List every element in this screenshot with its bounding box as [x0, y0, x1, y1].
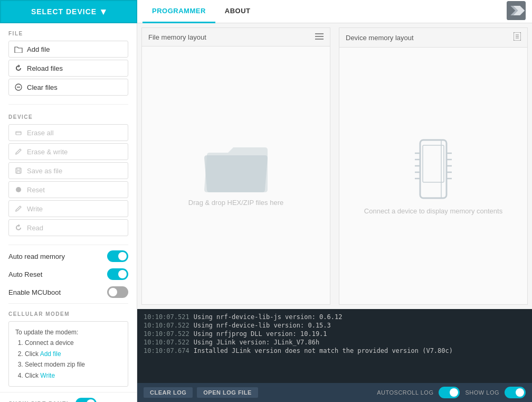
write-icon [14, 204, 23, 213]
clear-files-button[interactable]: Clear files [8, 79, 128, 96]
svg-rect-13 [315, 39, 324, 40]
enable-mcuboot-row: Enable MCUboot [0, 283, 137, 301]
auto-read-memory-toggle[interactable] [107, 250, 128, 262]
log-line: 10:10:07.522Using JLink version: JLink_V… [144, 339, 526, 346]
show-log-label: SHOW LOG [465, 389, 499, 396]
add-file-button[interactable]: Add file [8, 41, 128, 58]
erase-write-label: Erase & write [27, 148, 68, 156]
file-section-label: FILE [8, 31, 128, 36]
cellular-step-3: Select modem zip file [25, 359, 121, 370]
device-memory-panel: Device memory layout [339, 27, 528, 305]
log-footer: CLEAR LOG OPEN LOG FILE AUTOSCROLL LOG S… [137, 383, 532, 402]
log-time: 10:10:07.521 [144, 313, 189, 321]
folder-placeholder-icon [204, 145, 268, 192]
read-label: Read [27, 224, 43, 232]
content-area: File memory layout Drag & drop HEX/ZIP f… [137, 23, 532, 402]
log-line: 10:10:07.674Installed JLink version does… [144, 347, 526, 354]
log-line: 10:10:07.521Using nrf-device-lib-js vers… [144, 313, 526, 321]
write-button[interactable]: Write [8, 200, 128, 217]
write-label: Write [27, 205, 43, 213]
log-message: Using nrfjprog DLL version: 10.19.1 [194, 330, 327, 338]
show-side-panel-toggle[interactable] [75, 398, 97, 402]
read-icon [14, 223, 23, 232]
svg-rect-9 [17, 171, 20, 173]
log-line: 10:10:07.522Using nrfjprog DLL version: … [144, 330, 526, 338]
select-device-label: SELECT DEVICE [31, 7, 97, 16]
device-memory-header: Device memory layout [339, 28, 527, 48]
sidebar: FILE Add file Reload files Clear files [0, 23, 137, 402]
cellular-info-box: To update the modem: Connect a device Cl… [8, 321, 128, 387]
log-time: 10:10:07.522 [144, 330, 189, 338]
divider-2 [8, 245, 128, 245]
divider-1 [8, 104, 128, 105]
auto-reset-toggle[interactable] [107, 268, 128, 280]
file-memory-options-button[interactable] [315, 32, 324, 42]
auto-read-memory-label: Auto read memory [8, 253, 65, 260]
autoscroll-log-label: AUTOSCROLL LOG [377, 389, 433, 396]
cellular-modem-section: CELLULAR MODEM To update the modem: Conn… [0, 306, 137, 392]
device-memory-title: Device memory layout [346, 34, 414, 42]
reload-files-button[interactable]: Reload files [8, 60, 128, 77]
show-log-toggle[interactable] [505, 387, 526, 398]
svg-rect-5 [16, 132, 21, 135]
reload-files-label: Reload files [27, 64, 63, 72]
device-memory-options-button[interactable] [514, 32, 521, 43]
open-log-file-button[interactable]: OPEN LOG FILE [197, 387, 258, 398]
read-button[interactable]: Read [8, 219, 128, 236]
autoscroll-log-toggle[interactable] [439, 387, 460, 398]
auto-read-memory-row: Auto read memory [0, 247, 137, 265]
file-memory-placeholder: Drag & drop HEX/ZIP files here [188, 199, 283, 207]
add-file-label: Add file [27, 45, 50, 53]
erase-all-button[interactable]: Erase all [8, 124, 128, 141]
svg-rect-12 [315, 36, 324, 37]
cellular-step-2: Click Add file [25, 349, 121, 359]
svg-rect-18 [420, 140, 446, 198]
cellular-steps-list: Connect a device Click Add file Select m… [15, 338, 121, 381]
sidebar-footer: SHOW SIDE PANEL [0, 392, 137, 402]
log-message: Using nrf-device-lib version: 0.15.3 [194, 322, 331, 329]
file-memory-title: File memory layout [148, 33, 206, 41]
clear-log-button[interactable]: CLEAR LOG [144, 387, 193, 398]
save-as-file-button[interactable]: Save as file [8, 162, 128, 179]
auto-reset-label: Auto Reset [8, 270, 42, 278]
save-as-file-label: Save as file [27, 167, 62, 175]
reset-button[interactable]: Reset [8, 181, 128, 198]
reset-label: Reset [27, 186, 45, 194]
log-time: 10:10:07.522 [144, 322, 189, 329]
write-link[interactable]: Write [40, 372, 55, 379]
clear-files-label: Clear files [27, 83, 58, 91]
erase-write-button[interactable]: Erase & write [8, 143, 128, 160]
device-memory-placeholder: Connect a device to display memory conte… [364, 207, 502, 215]
file-section: FILE Add file Reload files Clear files [0, 23, 137, 102]
cellular-step-4: Click Write [25, 370, 121, 381]
tab-about[interactable]: ABOUT [215, 0, 260, 23]
tab-programmer[interactable]: PROGRAMMER [142, 0, 215, 23]
divider-3 [8, 303, 128, 304]
log-time: 10:10:07.522 [144, 339, 189, 346]
log-message: Using nrf-device-lib-js version: 0.6.12 [194, 313, 343, 321]
top-nav: SELECT DEVICE ▾ PROGRAMMER ABOUT [0, 0, 532, 23]
eraser-icon [14, 128, 23, 137]
main-layout: FILE Add file Reload files Clear files [0, 23, 532, 402]
cellular-update-label: To update the modem: [15, 327, 121, 338]
folder-open-icon [14, 45, 23, 53]
enable-mcuboot-toggle[interactable] [107, 286, 128, 298]
device-section: DEVICE Erase all Erase & write Save as f… [0, 107, 137, 242]
log-time: 10:10:07.674 [144, 347, 189, 354]
reset-icon [14, 185, 23, 194]
file-memory-header: File memory layout [142, 28, 330, 46]
nav-tabs: PROGRAMMER ABOUT [142, 0, 260, 23]
log-message: Installed JLink version does not match t… [194, 347, 453, 354]
device-placeholder-icon [412, 137, 454, 201]
memory-panels: File memory layout Drag & drop HEX/ZIP f… [137, 23, 532, 309]
cellular-label: CELLULAR MODEM [8, 311, 128, 317]
log-footer-right: AUTOSCROLL LOG SHOW LOG [377, 387, 526, 398]
log-message: Using JLink version: JLink_V7.86h [194, 339, 319, 346]
add-file-link[interactable]: Add file [40, 350, 61, 358]
auto-reset-row: Auto Reset [0, 265, 137, 283]
svg-point-10 [16, 187, 21, 192]
device-section-label: DEVICE [8, 114, 128, 120]
log-area: 10:10:07.521Using nrf-device-lib-js vers… [137, 309, 532, 383]
save-icon [14, 166, 23, 175]
select-device-button[interactable]: SELECT DEVICE ▾ [0, 0, 137, 23]
